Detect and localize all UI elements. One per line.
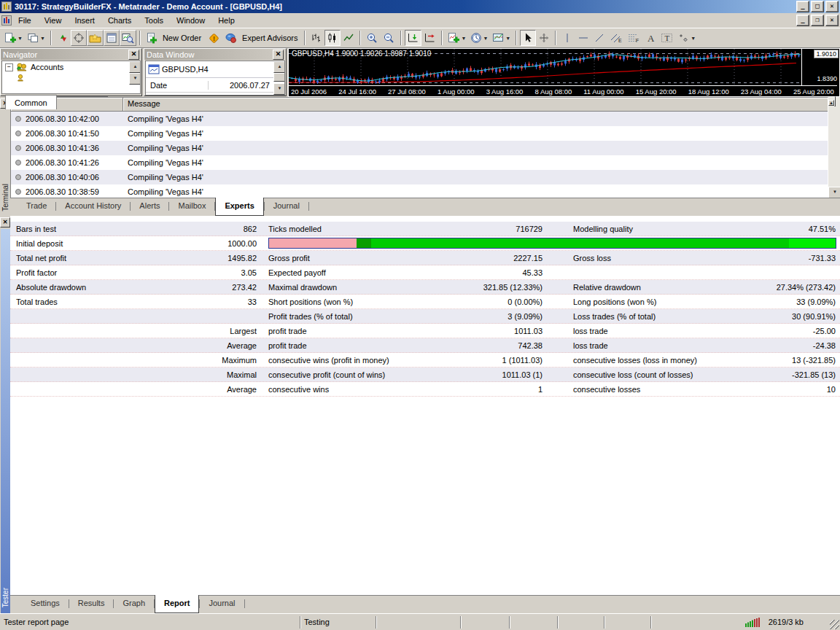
- terminal-tab-experts[interactable]: Experts: [215, 198, 263, 216]
- indicators-button[interactable]: ▼: [446, 30, 468, 46]
- strategy-tester-toggle-button[interactable]: [120, 30, 136, 46]
- minimize-button[interactable]: _: [796, 1, 809, 12]
- chart-window[interactable]: GBPUSD,H4 1.9000 1.9026 1.8987 1.9010 1.…: [288, 48, 840, 97]
- data-window-symbol-row[interactable]: GBPUSD,H4: [146, 61, 284, 78]
- menu-item-help[interactable]: Help: [211, 14, 241, 27]
- terminal-log-row[interactable]: 2006.08.30 10:41:36Compiling 'Vegas H4': [11, 141, 828, 155]
- scroll-up-icon[interactable]: ▲: [828, 100, 834, 106]
- report-row: Profit trades (% of total)3 (9.09%)Loss …: [10, 309, 840, 324]
- scroll-thumb[interactable]: [834, 96, 836, 106]
- close-button[interactable]: ✕: [825, 1, 839, 12]
- chart-profiles-button[interactable]: ▼: [25, 30, 47, 46]
- chart-x-label: 15 Aug 20:00: [636, 88, 677, 96]
- data-window-date-row[interactable]: Date 2006.07.27: [146, 78, 284, 93]
- data-window-close-icon[interactable]: ✕: [273, 50, 284, 60]
- terminal-tab-journal[interactable]: Journal: [265, 198, 308, 216]
- new-chart-button[interactable]: ▼: [2, 30, 25, 46]
- report-cell: Ticks modelled: [257, 225, 410, 233]
- child-minimize-button[interactable]: _: [796, 15, 809, 26]
- scroll-down-icon[interactable]: ▼: [129, 73, 141, 85]
- navigator-tab-common[interactable]: Common: [5, 95, 57, 109]
- periods-button[interactable]: ▼: [468, 30, 490, 46]
- resize-grip[interactable]: [830, 620, 839, 629]
- line-chart-button[interactable]: [341, 30, 357, 46]
- navigator-toggle-button[interactable]: [87, 30, 104, 46]
- expert-advisors-warning-icon[interactable]: !: [205, 30, 222, 46]
- expert-advisors-label[interactable]: Expert Advisors: [240, 34, 301, 42]
- tree-item-accounts[interactable]: − Accounts: [2, 61, 140, 73]
- tester-tab-settings[interactable]: Settings: [22, 596, 69, 613]
- tester-tab-report[interactable]: Report: [155, 595, 199, 613]
- menu-item-insert[interactable]: Insert: [68, 14, 101, 27]
- text-label-tool-button[interactable]: T: [658, 30, 675, 46]
- tester-tab-journal[interactable]: Journal: [200, 596, 244, 613]
- zoom-in-button[interactable]: [364, 30, 381, 46]
- chart-time-axis[interactable]: 20 Jul 200624 Jul 16:0027 Jul 08:001 Aug…: [289, 85, 837, 97]
- maximize-button[interactable]: □: [811, 1, 824, 12]
- column-header-message[interactable]: Message: [123, 98, 828, 111]
- log-status-icon: [15, 116, 21, 122]
- report-cell: Profit factor: [10, 268, 141, 277]
- chart-shift-button[interactable]: [421, 30, 438, 46]
- trendline-tool-button[interactable]: [591, 30, 607, 46]
- child-close-button[interactable]: ✕: [825, 15, 839, 26]
- dropdown-arrow-icon: ▼: [40, 36, 45, 41]
- tree-collapse-icon[interactable]: −: [5, 63, 13, 71]
- data-window-toggle-button[interactable]: [104, 30, 120, 46]
- tester-close-icon[interactable]: ✕: [0, 217, 10, 228]
- terminal-tab-alerts[interactable]: Alerts: [131, 198, 168, 216]
- tab-separator: [244, 599, 245, 608]
- navigator-scrollbar[interactable]: ▲ ▼: [129, 61, 140, 85]
- market-watch-button[interactable]: [55, 30, 71, 46]
- terminal-scrollbar[interactable]: ▲ ▼: [828, 97, 840, 198]
- scroll-down-icon[interactable]: ▼: [828, 187, 840, 198]
- horizontal-line-tool-button[interactable]: [575, 30, 591, 46]
- child-restore-button[interactable]: ❐: [811, 15, 824, 26]
- crosshair-mode-button[interactable]: [71, 30, 87, 46]
- auto-scroll-button[interactable]: [405, 30, 421, 46]
- menu-item-charts[interactable]: Charts: [101, 14, 138, 27]
- scroll-thumb[interactable]: [273, 73, 285, 82]
- equidistant-channel-tool-button[interactable]: E: [607, 30, 625, 46]
- candlestick-chart-button[interactable]: [324, 30, 341, 46]
- expert-advisors-icon[interactable]: [222, 30, 240, 46]
- menu-item-view[interactable]: View: [38, 14, 69, 27]
- terminal-log-row[interactable]: 2006.08.30 10:40:06Compiling 'Vegas H4': [11, 170, 828, 184]
- terminal-side-label: Terminal: [1, 184, 9, 211]
- terminal-log-row[interactable]: 2006.08.30 10:41:26Compiling 'Vegas H4': [11, 155, 828, 170]
- log-time-cell: 2006.08.30 10:40:06: [11, 173, 123, 182]
- arrows-tool-button[interactable]: ▼: [675, 30, 698, 46]
- scroll-down-icon[interactable]: ▼: [273, 83, 285, 95]
- terminal-log-row[interactable]: 2006.08.30 10:42:00Compiling 'Vegas H4': [11, 112, 828, 126]
- fibonacci-tool-button[interactable]: F: [625, 30, 642, 46]
- terminal-tab-trade[interactable]: Trade: [18, 198, 55, 216]
- menu-item-file[interactable]: File: [12, 14, 38, 27]
- report-cell: 45.33: [410, 268, 553, 277]
- bar-chart-button[interactable]: [308, 30, 324, 46]
- scroll-up-icon[interactable]: ▲: [273, 61, 285, 73]
- tree-item-partial[interactable]: [2, 73, 140, 83]
- tester-tab-graph[interactable]: Graph: [114, 596, 154, 613]
- new-order-label[interactable]: New Order: [160, 34, 205, 42]
- navigator-title-bar[interactable]: Navigator ✕: [1, 49, 141, 60]
- toolbar-separator: [400, 31, 402, 45]
- crosshair-tool-button[interactable]: [536, 30, 552, 46]
- cursor-tool-button[interactable]: [520, 30, 536, 46]
- terminal-tab-account-history[interactable]: Account History: [56, 198, 130, 216]
- data-window-title-bar[interactable]: Data Window ✕: [144, 49, 286, 60]
- terminal-log-row[interactable]: 2006.08.30 10:38:59Compiling 'Vegas H4': [11, 184, 828, 199]
- menu-item-window[interactable]: Window: [170, 14, 211, 27]
- scroll-up-icon[interactable]: ▲: [129, 61, 141, 73]
- terminal-log-row[interactable]: 2006.08.30 10:41:50Compiling 'Vegas H4': [11, 126, 828, 141]
- new-order-button[interactable]: [144, 30, 160, 46]
- data-window-scrollbar[interactable]: ▲ ▼: [273, 61, 284, 95]
- text-tool-button[interactable]: A: [642, 30, 658, 46]
- vertical-line-tool-button[interactable]: [559, 30, 575, 46]
- zoom-out-button[interactable]: [381, 30, 397, 46]
- tester-tab-results[interactable]: Results: [69, 596, 114, 613]
- menu-item-tools[interactable]: Tools: [138, 14, 170, 27]
- navigator-close-icon[interactable]: ✕: [128, 50, 139, 60]
- templates-button[interactable]: ▼: [490, 30, 513, 46]
- chart-price-scale[interactable]: 1.9010 1.8390: [802, 49, 839, 85]
- terminal-tab-mailbox[interactable]: Mailbox: [169, 198, 214, 216]
